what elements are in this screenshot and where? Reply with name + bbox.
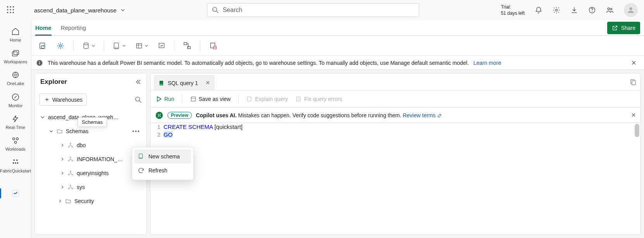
explorer-header: Explorer [35,73,146,90]
banner-text: This warehouse has a default Power BI se… [48,60,469,66]
svg-line-48 [139,101,141,102]
svg-point-9 [212,7,217,12]
editor-panel: SQL SQL query 1 × Run Save as view Expla… [150,73,641,235]
svg-rect-64 [632,81,635,85]
main-area: Explorer ＋ Warehouses ascend_data_plane_… [31,70,644,238]
explain-query-button[interactable]: Explain query [246,96,288,102]
svg-point-21 [13,138,15,140]
tool-delete[interactable] [207,40,219,52]
save-as-view-button[interactable]: Save as view [190,96,231,102]
rail-workspaces[interactable]: Workspaces [0,46,31,68]
svg-point-47 [136,97,140,101]
schema-icon [67,142,74,148]
tree-schema-queryinsights[interactable]: queryinsights [38,166,143,180]
rail-app-icon[interactable] [0,186,31,201]
tool-data-dropdown[interactable] [81,40,97,51]
rail-workloads[interactable]: Workloads [0,133,31,155]
chevron-right-icon [60,157,64,161]
waffle-icon[interactable] [6,5,15,15]
copilot-close-icon[interactable]: × [631,111,636,120]
fix-query-button[interactable]: Fix query errors [296,96,342,102]
tab-reporting[interactable]: Reporting [61,20,86,36]
svg-point-31 [59,45,62,47]
tool-settings[interactable] [55,40,66,52]
help-icon[interactable] [588,6,596,14]
svg-point-53 [68,160,69,162]
tree-schema-sys[interactable]: sys [38,180,143,194]
tool-model[interactable] [181,40,193,52]
rail-realtime[interactable]: Real-Time [0,111,31,133]
tab-close-icon[interactable]: × [206,79,210,87]
gear-icon[interactable] [553,6,560,14]
avatar[interactable] [624,3,638,17]
svg-point-15 [610,8,612,10]
review-terms-link[interactable]: Review terms [403,112,442,118]
svg-point-52 [70,157,71,158]
folder-icon [65,198,71,204]
add-warehouse-button[interactable]: ＋ Warehouses [40,94,87,106]
tool-report[interactable] [156,40,167,51]
rail-home[interactable]: Home [0,24,31,46]
explorer-tools: ＋ Warehouses [35,90,146,109]
schemas-more-icon[interactable]: ••• [132,128,140,134]
tool-sql-dropdown[interactable]: SQL [111,40,127,51]
separator [73,41,74,51]
rail-monitor[interactable]: Monitor [0,90,31,111]
rail-fabricqs[interactable]: FabricQuickstart [0,155,31,177]
workspace-title: ascend_data_plane_warehouse [34,7,117,14]
share-button[interactable]: Share [607,22,640,34]
people-icon[interactable] [606,6,614,14]
topbar-right: Trial: 51 days left [501,3,638,17]
ctx-refresh[interactable]: Refresh [134,163,191,177]
ribbon: Home Reporting Share SQL [31,20,644,56]
chevron-right-icon [60,185,64,189]
run-button[interactable]: Run [156,96,174,102]
info-icon [36,59,43,66]
workspace-title-dropdown[interactable]: ascend_data_plane_warehouse [34,7,125,14]
bell-icon[interactable] [535,6,542,14]
rail-onelake[interactable]: OneLake [0,68,31,89]
tree-schema-information[interactable]: INFORMATION_… [38,152,143,166]
query-tab[interactable]: SQL SQL query 1 × [154,75,214,90]
download-icon[interactable] [570,6,578,14]
banner-close-icon[interactable]: × [628,58,639,68]
folder-icon [57,128,63,134]
svg-point-4 [10,9,11,10]
chevron-right-icon [60,143,64,147]
svg-text:SQL: SQL [160,83,163,85]
svg-rect-17 [12,52,17,56]
copy-tabs-icon[interactable] [630,78,637,85]
explorer-panel: Explorer ＋ Warehouses ascend_data_plane_… [34,73,147,235]
svg-point-6 [7,12,9,14]
svg-point-56 [68,174,69,175]
svg-point-57 [72,174,73,175]
svg-point-8 [13,12,14,14]
svg-rect-45 [39,62,40,64]
chevron-right-icon [58,199,62,203]
banner-learn-more-link[interactable]: Learn more [474,60,501,66]
svg-rect-38 [159,43,164,48]
separator [174,41,174,51]
scrollbar-thumb[interactable] [635,124,639,137]
chevron-down-icon [121,8,125,12]
svg-point-32 [84,43,88,45]
svg-rect-39 [184,42,187,45]
collapse-explorer-icon[interactable] [135,79,141,85]
ctx-new-schema[interactable]: SQL New schema [134,149,191,163]
svg-rect-65 [191,97,195,101]
explorer-search-icon[interactable] [135,96,142,103]
left-rail: Home Workspaces OneLake Monitor Real-Tim… [0,20,31,238]
info-banner: This warehouse has a default Power BI se… [31,56,644,70]
tool-table-dropdown[interactable] [134,40,150,51]
svg-text:SQL: SQL [115,46,119,49]
tree-schema-dbo[interactable]: dbo [38,138,143,152]
copilot-message: Copilot uses AI. Mistakes can happen. Ve… [196,112,442,118]
tool-refresh[interactable] [37,40,48,52]
editor-actionbar: Run Save as view Explain query Fix query… [150,90,641,108]
tab-home[interactable]: Home [35,20,52,36]
tab-strip: Home Reporting Share [31,20,644,36]
code-editor[interactable]: 1 2 CREATE SCHEMA [quickstart] GO [150,123,641,235]
global-search-input[interactable]: Search [207,3,419,17]
tree-security[interactable]: Security [38,194,143,208]
top-bar: ascend_data_plane_warehouse Search Trial… [0,0,644,20]
